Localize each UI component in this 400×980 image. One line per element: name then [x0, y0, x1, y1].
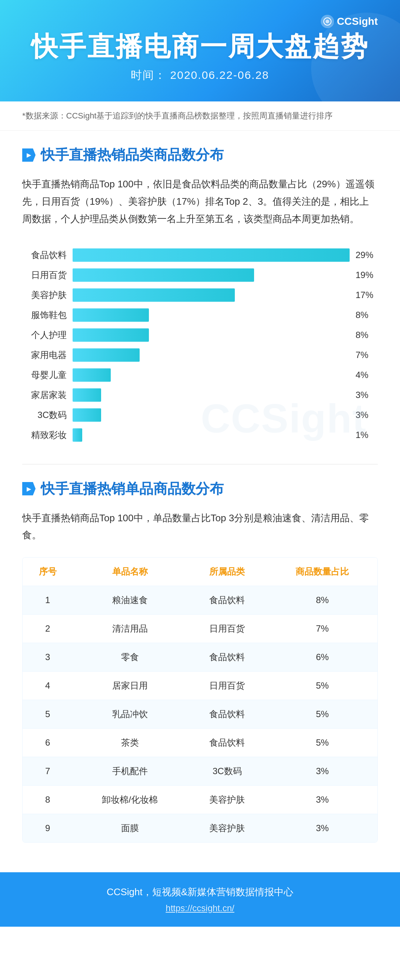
table-head: 序号 单品名称 所属品类 商品数量占比: [22, 558, 378, 586]
bar-label: 3C数码: [22, 409, 67, 421]
product-table: 序号 单品名称 所属品类 商品数量占比 1粮油速食食品饮料8%2清洁用品日用百货…: [22, 558, 378, 842]
bar-track: [73, 288, 350, 302]
logo: CCSight: [321, 15, 378, 28]
table-cell: 8%: [267, 586, 378, 614]
bar-label: 家居家装: [22, 389, 67, 401]
table-cell: 7: [22, 757, 73, 786]
table-row: 9面膜美容护肤3%: [22, 814, 378, 843]
bar-fill: [73, 328, 149, 342]
bar-pct-label: 4%: [355, 370, 378, 380]
bar-label: 食品饮料: [22, 249, 67, 261]
bar-track: [73, 388, 350, 402]
table-body: 1粮油速食食品饮料8%2清洁用品日用百货7%3零食食品饮料6%4居家日用日用百货…: [22, 586, 378, 843]
table-row: 2清洁用品日用百货7%: [22, 614, 378, 643]
table-cell: 食品饮料: [187, 643, 267, 671]
bar-label: 个人护理: [22, 329, 67, 341]
bar-track: [73, 269, 350, 282]
bar-track: [73, 348, 350, 362]
bar-pct-label: 8%: [355, 310, 378, 320]
header: CCSight 快手直播电商一周大盘趋势 时间： 2020.06.22-06.2…: [0, 0, 400, 102]
bar-label: 服饰鞋包: [22, 309, 67, 321]
bar-row: 服饰鞋包8%: [22, 309, 378, 322]
footer: CCSight，短视频&新媒体营销数据情报中心 https://ccsight.…: [0, 872, 400, 927]
table-cell: 3%: [267, 814, 378, 843]
bar-row: 日用百货19%: [22, 269, 378, 282]
table-cell: 手机配件: [73, 757, 187, 786]
table-row: 4居家日用日用百货5%: [22, 671, 378, 700]
bar-row: 家用电器7%: [22, 348, 378, 362]
table-header-row: 序号 单品名称 所属品类 商品数量占比: [22, 558, 378, 586]
bar-track: [73, 328, 350, 342]
section1-icon: ▶: [22, 148, 35, 162]
table-row: 6茶类食品饮料5%: [22, 729, 378, 757]
bar-row: 美容护肤17%: [22, 288, 378, 302]
bar-pct-label: 3%: [355, 410, 378, 420]
table-cell: 3: [22, 643, 73, 671]
bar-fill: [73, 269, 254, 282]
bar-track: [73, 428, 350, 442]
bar-row: 食品饮料29%: [22, 248, 378, 262]
bar-fill: [73, 348, 140, 362]
table-cell: 粮油速食: [73, 586, 187, 614]
table-cell: 零食: [73, 643, 187, 671]
bar-label: 母婴儿童: [22, 369, 67, 381]
table-row: 1粮油速食食品饮料8%: [22, 586, 378, 614]
table-cell: 乳品冲饮: [73, 700, 187, 729]
bar-label: 家用电器: [22, 349, 67, 361]
section-category: ▶ 快手直播热销品类商品数分布 快手直播热销商品Top 100中，依旧是食品饮料…: [0, 131, 400, 463]
bar-pct-label: 3%: [355, 390, 378, 400]
col-category: 所属品类: [187, 558, 267, 586]
bar-fill: [73, 388, 101, 402]
main-title: 快手直播电商一周大盘趋势: [22, 32, 378, 61]
bar-fill: [73, 248, 350, 262]
col-rank: 序号: [22, 558, 73, 586]
table-cell: 5%: [267, 671, 378, 700]
svg-point-1: [325, 20, 329, 23]
table-cell: 8: [22, 786, 73, 814]
table-cell: 6%: [267, 643, 378, 671]
page: CCSight 快手直播电商一周大盘趋势 时间： 2020.06.22-06.2…: [0, 0, 400, 927]
table-cell: 面膜: [73, 814, 187, 843]
source-note: *数据来源：CCSight基于追踪到的快手直播商品榜数据整理，按照周直播销量进行…: [0, 102, 400, 131]
bar-pct-label: 8%: [355, 330, 378, 340]
section1-title-row: ▶ 快手直播热销品类商品数分布: [22, 145, 378, 164]
table-cell: 6: [22, 729, 73, 757]
col-name: 单品名称: [73, 558, 187, 586]
bar-pct-label: 19%: [355, 270, 378, 280]
table-cell: 清洁用品: [73, 614, 187, 643]
bar-pct-label: 29%: [355, 250, 378, 260]
table-cell: 4: [22, 671, 73, 700]
section1-title-text: 快手直播热销品类商品数分布: [41, 145, 224, 164]
section2-description: 快手直播热销商品Top 100中，单品数量占比Top 3分别是粮油速食、清洁用品…: [22, 509, 378, 544]
subtitle-date: 2020.06.22-06.28: [171, 69, 269, 81]
table-cell: 3C数码: [187, 757, 267, 786]
footer-link[interactable]: https://ccsight.cn/: [22, 903, 378, 913]
bar-label: 精致彩妆: [22, 429, 67, 441]
bar-track: [73, 368, 350, 382]
table-cell: 日用百货: [187, 671, 267, 700]
table-cell: 5%: [267, 729, 378, 757]
table-row: 8卸妆棉/化妆棉美容护肤3%: [22, 786, 378, 814]
table-cell: 食品饮料: [187, 700, 267, 729]
bar-row: 母婴儿童4%: [22, 368, 378, 382]
bar-chart: 食品饮料29%日用百货19%美容护肤17%服饰鞋包8%个人护理8%家用电器7%母…: [22, 248, 378, 442]
bar-chart-container: CCSight 食品饮料29%日用百货19%美容护肤17%服饰鞋包8%个人护理8…: [22, 241, 378, 449]
table-cell: 卸妆棉/化妆棉: [73, 786, 187, 814]
table-cell: 2: [22, 614, 73, 643]
table-row: 3零食食品饮料6%: [22, 643, 378, 671]
bar-row: 个人护理8%: [22, 328, 378, 342]
bar-row: 家居家装3%: [22, 388, 378, 402]
bar-label: 日用百货: [22, 269, 67, 281]
section1-description: 快手直播热销商品Top 100中，依旧是食品饮料品类的商品数量占比（29%）遥遥…: [22, 175, 378, 228]
table-cell: 5%: [267, 700, 378, 729]
table-cell: 3%: [267, 757, 378, 786]
bar-fill: [73, 368, 111, 382]
bar-fill: [73, 309, 149, 322]
logo-text: CCSight: [337, 16, 378, 27]
bar-pct-label: 17%: [355, 290, 378, 300]
bar-row: 精致彩妆1%: [22, 428, 378, 442]
bar-track: [73, 309, 350, 322]
bar-fill: [73, 408, 101, 422]
table-cell: 日用百货: [187, 614, 267, 643]
section-product: ▶ 快手直播热销单品商品数分布 快手直播热销商品Top 100中，单品数量占比T…: [0, 465, 400, 858]
